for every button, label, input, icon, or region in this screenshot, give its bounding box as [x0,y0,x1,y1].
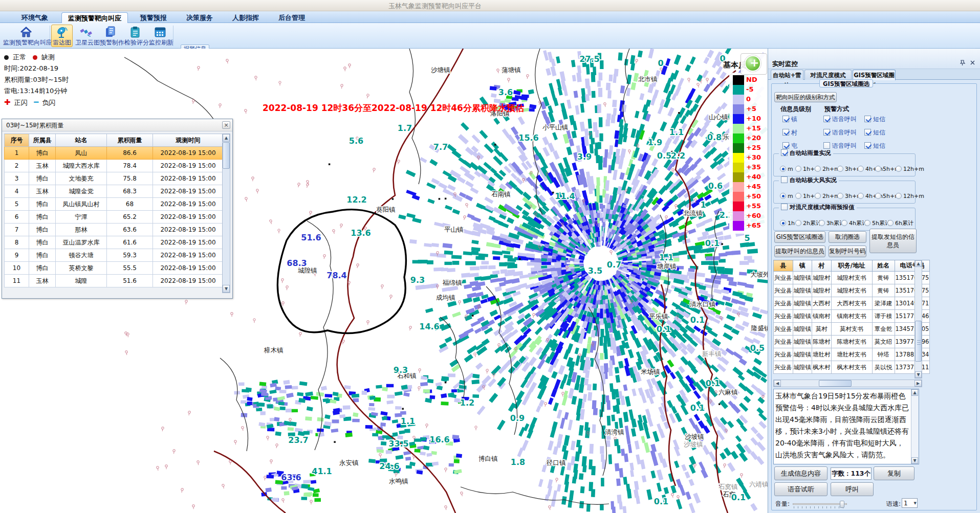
scrollbar-thumb[interactable] [819,380,852,387]
sms-checkbox-1[interactable]: 短信 [864,127,885,137]
rain-table-row[interactable]: 11玉林城隍51.62022-08-19 15:00 [5,275,224,287]
toolbar-button-0[interactable]: 监测预警靶向叫应 [3,25,50,47]
toolbar-button-2[interactable]: 卫星云图 [75,25,97,47]
rain-value-label: 0.1 [657,324,671,334]
cancel-select-button[interactable]: 取消圈选 [829,231,866,243]
model_group-option-0[interactable]: 1h [780,217,795,227]
toolbar-button-3[interactable]: 预警制作 [99,25,122,47]
toolbar-button-4[interactable]: 检验评分 [124,25,146,47]
scroll-down-icon[interactable]: ▼ [223,285,230,293]
rain-table-row[interactable]: 4玉林城隍金党68.32022-08-19 15:00 [5,185,224,198]
window-titlebar[interactable]: 玉林气象监测预警靶向叫应平台 [0,0,980,11]
level-checkbox-村[interactable]: 村 [782,127,797,137]
town-label: 六麻镇 [718,388,738,396]
wind_group-option-2[interactable]: 2h+m [815,190,840,200]
rain-table-scrollbar[interactable]: ▲ ▼ [222,133,230,293]
copy-button[interactable]: 复制 [874,466,914,480]
level-checkbox-镇[interactable]: 镇 [782,114,797,124]
menu-tab-4[interactable]: 人影指挥 [226,12,265,23]
menu-tab-3[interactable]: 决策服务 [180,12,219,23]
sms-checkbox-2[interactable]: 短信 [864,140,885,150]
voice-preview-button[interactable]: 语音试听 [774,482,827,496]
wind_group-option-6[interactable]: 12h+m [896,190,924,200]
message-text[interactable]: 玉林市气象台19日5时15分发布暴雨橙色预警信号：4时以来兴业县城隍大西水库已出… [775,390,909,463]
copy-numbers-button[interactable]: 复制呼叫号码 [829,246,866,257]
contact-row[interactable]: 兴业县城隍镇陈塘村陈塘村支书莫文绍139775796 [774,336,930,348]
rain-table-title[interactable]: 03时~15时累积雨量 [2,119,232,131]
wind_group-option-0[interactable]: m [780,190,793,200]
contact-row[interactable]: 兴业县城隍镇莫村莫村支书覃金乾134575405 [774,323,930,336]
volume-slider[interactable] [793,501,847,509]
close-icon[interactable]: × [222,121,230,129]
rain_group-option-2[interactable]: 2h+m [815,163,840,173]
rain-table-window[interactable]: 03时~15时累积雨量 × 序号所属县站名累积雨量观测时间1博白凤山86.620… [2,119,233,299]
rain-table-row[interactable]: 10博白英桥文黎55.52022-08-19 15:00 [5,262,224,275]
panel-tab-1[interactable]: 对流尺度模式+地图 [804,70,852,80]
rain-table-row[interactable]: 5博白凤山镇凤山村682022-08-19 15:00 [5,198,224,211]
message-area: 玉林市气象台19日5时15分发布暴雨橙色预警信号：4时以来兴业县城隍大西水库已出… [773,389,919,464]
zoom-in-button[interactable] [745,55,761,72]
home-icon [19,26,33,39]
scroll-down-icon[interactable]: ▼ [915,371,922,378]
contact-row[interactable]: 兴业县城隍镇镇南村镇南村支书谭于模151775946 [774,310,930,323]
slider-thumb[interactable] [840,501,844,508]
contact-table-hscrollbar[interactable]: ◀ ▶ [773,380,922,387]
rain_group-option-6[interactable]: 12h+m [896,163,924,173]
toolbar-button-1[interactable]: 雷达图 [51,25,73,47]
pin-icon[interactable] [960,60,966,66]
voice-checkbox-0[interactable]: 语音呼叫 [823,114,857,124]
toolbar-button-5[interactable]: 监控刷新 [148,25,172,47]
contact-row[interactable]: 兴业县城隍镇塘肚村塘肚村支书钟塔137885534 [774,348,930,361]
rain-table-row[interactable]: 3博白文地姜充75.82022-08-19 15:00 [5,172,224,185]
extract-call-button[interactable]: 提取呼叫的信息员 [774,246,825,257]
message-scrollbar[interactable]: ▲ ▼ [911,389,919,464]
model_group-option-5[interactable]: 6h累计 [887,217,913,227]
rain-value-label: 3.5 [588,266,602,276]
contact-row[interactable]: 兴业县城隍镇枫木村枫木村支书吴以悦137375511 [774,361,930,374]
menu-tab-2[interactable]: 预警预报 [134,12,173,23]
rain_group-option-0[interactable]: m [780,163,793,173]
rain-table-row[interactable]: 1博白凤山86.62022-08-19 15:00 [5,147,224,160]
voice-checkbox-2[interactable]: 语音呼叫 [823,140,857,150]
scroll-up-icon[interactable]: ▲ [911,389,918,396]
rain-table-row[interactable]: 8博白亚山温罗水库61.62022-08-19 15:00 [5,236,224,249]
contact-table-scrollbar[interactable]: ▲ ▼ [914,260,922,378]
menu-tab-5[interactable]: 后台管理 [272,12,311,23]
extract-sms-button[interactable]: 提取发短信的信息员 [869,229,917,253]
menu-tab-1[interactable]: 监测预警靶向叫应 [61,12,128,23]
scroll-down-icon[interactable]: ▼ [911,457,918,464]
rain_group-caption[interactable]: 自动站雨量实况 [779,149,833,157]
rain-table-row[interactable]: 9博白顿谷大塘59.32022-08-19 15:00 [5,249,224,262]
wind_group-caption[interactable]: 自动站极大风实况 [779,176,839,184]
voice-checkbox-1[interactable]: 语音呼叫 [823,127,857,137]
panel-tab-2[interactable]: GIS预警区域圈选 [853,70,896,80]
rain-value-label: 1.7 [398,123,412,133]
close-icon[interactable] [969,60,976,66]
scrollbar-thumb[interactable] [223,142,230,169]
model_group-option-3[interactable]: 4h累计 [841,217,867,227]
model_group-option-4[interactable]: 5h累计 [864,217,890,227]
scroll-left-icon[interactable]: ◀ [774,380,781,387]
model_group-option-1[interactable]: 2h累计 [795,217,821,227]
rain-table-row[interactable]: 7博白那林63.62022-08-19 15:00 [5,224,224,236]
speed-dropdown[interactable]: 1 ▼ [902,498,918,508]
radar-map[interactable]: 沙塘镇蒲塘镇北市镇洛阳镇小平山镇民乐镇山心镇石南镇葵阳镇平山镇城隍镇福绵镇成均镇… [0,49,768,513]
scroll-up-icon[interactable]: ▲ [223,134,230,142]
sms-checkbox-0[interactable]: 短信 [864,114,885,124]
model_group-caption[interactable]: 对流尺度模式降雨预报值 [779,204,857,211]
contact-row[interactable]: 兴业县城隍镇城隍村城隍村支书黄铸135176975 [774,272,930,284]
panel-tab-0[interactable]: 自动站+雷达 [771,70,803,80]
scrollbar-thumb[interactable] [915,321,922,362]
scroll-right-icon[interactable]: ▶ [914,380,922,387]
gis-select-button[interactable]: GIS预警区域圈选 [774,231,825,243]
contact-row[interactable]: 兴业县城隍镇城隍村城隍村支书黄铸135176975 [774,284,930,297]
menu-tab-0[interactable]: 环境气象 [15,12,54,23]
rain-table-row[interactable]: 6博白宁潭65.22022-08-19 15:00 [5,211,224,224]
level-checkbox-屯[interactable]: 屯 [782,140,797,150]
contact-row[interactable]: 兴业县城隍镇大西村大西村支书梁泽建130149571 [774,297,930,310]
call-button[interactable]: 呼叫 [831,482,874,496]
scroll-up-icon[interactable]: ▲ [915,260,922,267]
generate-message-button[interactable]: 生成信息内容 [774,466,827,480]
rain-table-row[interactable]: 2玉林城隍大西水库78.42022-08-19 15:00 [5,160,224,172]
call-level-button[interactable]: 靶向叫应的级别和方式 [774,92,837,102]
